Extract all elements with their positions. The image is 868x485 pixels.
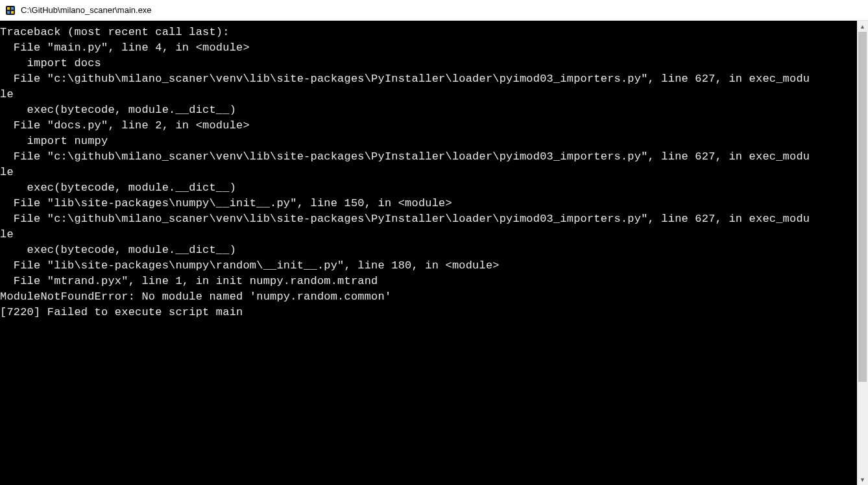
scrollbar-thumb[interactable] [858, 32, 867, 382]
console-output[interactable]: Traceback (most recent call last): File … [0, 21, 857, 485]
scroll-up-arrow-icon[interactable]: ▲ [857, 21, 868, 32]
window-titlebar: C:\GitHub\milano_scaner\main.exe [0, 0, 868, 21]
svg-rect-4 [11, 11, 14, 14]
console-area: Traceback (most recent call last): File … [0, 21, 868, 485]
vertical-scrollbar[interactable]: ▲ ▼ [857, 21, 868, 485]
svg-rect-3 [7, 11, 10, 14]
svg-rect-2 [11, 7, 14, 10]
window-title: C:\GitHub\milano_scaner\main.exe [21, 5, 152, 15]
svg-rect-1 [7, 7, 10, 10]
app-icon [5, 5, 16, 16]
scroll-down-arrow-icon[interactable]: ▼ [857, 474, 868, 485]
